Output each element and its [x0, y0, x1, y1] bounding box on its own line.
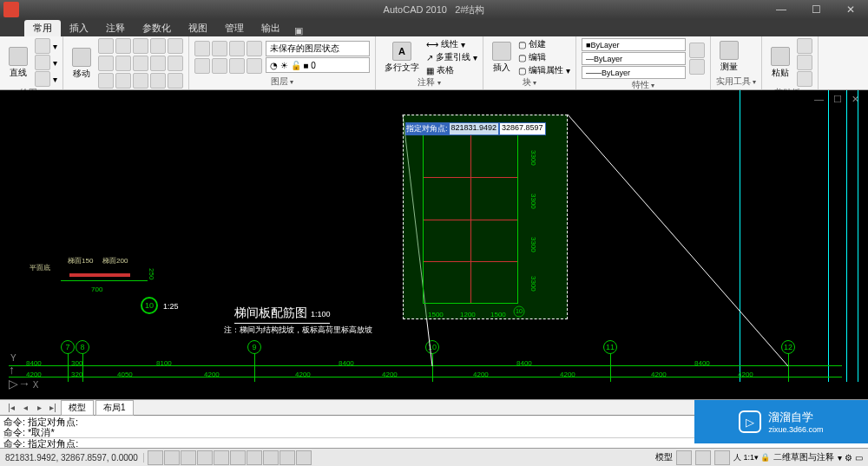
- grid-baseline2: [9, 377, 842, 377]
- drawing-area[interactable]: — ☐ ✕ 7 8 9 10 11 12 8400 300 8100 8400 …: [0, 90, 868, 399]
- layer-on-icon[interactable]: [212, 58, 227, 74]
- ribbon-expand-icon[interactable]: ▣: [294, 25, 303, 36]
- lwt-toggle[interactable]: [279, 450, 295, 465]
- linetype-combo[interactable]: —— ByLayer: [582, 66, 686, 79]
- circle-icon[interactable]: [35, 55, 50, 70]
- tab-manage[interactable]: 管理: [216, 20, 253, 36]
- mtext-button[interactable]: A 多行文字: [381, 41, 423, 75]
- explode-icon[interactable]: [98, 73, 114, 89]
- panel-clipboard: 粘贴 剪贴板: [762, 36, 819, 89]
- prompt-label: 指定对角点:: [406, 123, 448, 135]
- otrack-toggle[interactable]: [230, 450, 246, 465]
- editattr-button[interactable]: ▢ 编辑属性 ▾: [518, 64, 570, 76]
- layer-state-combo[interactable]: 未保存的图层状态: [266, 41, 370, 56]
- listprops-icon[interactable]: [689, 59, 705, 75]
- tab-annotate[interactable]: 注释: [97, 20, 134, 36]
- layer-off-icon[interactable]: [212, 41, 227, 56]
- status-tool-icon[interactable]: [714, 450, 730, 465]
- matchprop-icon[interactable]: [689, 43, 705, 58]
- tab-insert[interactable]: 插入: [61, 20, 97, 36]
- arc-icon[interactable]: [35, 71, 50, 87]
- layer-iso-icon[interactable]: [194, 58, 210, 74]
- panel-layer: 未保存的图层状态 ◔ ☀ 🔓 ■ 0 图层: [189, 36, 376, 89]
- coord-x-field[interactable]: 821831.9492: [450, 123, 499, 135]
- dimension: 1500: [490, 311, 506, 318]
- copy-clip-icon[interactable]: [797, 55, 812, 70]
- erase-icon[interactable]: [168, 56, 183, 71]
- dimension: 3300: [529, 150, 537, 166]
- pastespecial-icon[interactable]: [797, 71, 812, 87]
- model-space-button[interactable]: 模型: [655, 451, 673, 463]
- dynamic-input[interactable]: 指定对角点: 821831.9492 32867.8597: [405, 122, 546, 135]
- dimension: 4200: [651, 371, 667, 378]
- ortho-toggle[interactable]: [181, 450, 196, 465]
- fillet-icon[interactable]: [168, 38, 183, 54]
- table-button[interactable]: ▦ 表格: [426, 64, 477, 76]
- status-tool-icon[interactable]: [695, 450, 711, 465]
- ref-line: [858, 90, 858, 382]
- window-title: AutoCAD 2010 2#结构: [384, 3, 485, 16]
- mirror-icon[interactable]: [150, 38, 166, 54]
- stretch-icon[interactable]: [98, 56, 114, 71]
- paste-button[interactable]: 粘贴: [767, 46, 793, 80]
- tab-view[interactable]: 视图: [180, 20, 216, 36]
- tab-first-icon[interactable]: |◂: [5, 403, 17, 412]
- mleader-button[interactable]: ↗ 多重引线 ▾: [426, 51, 477, 63]
- dimension: 1500: [428, 311, 444, 318]
- edit-block-button[interactable]: ▢ 编辑: [518, 51, 570, 63]
- ducs-toggle[interactable]: [247, 450, 262, 465]
- extend-icon[interactable]: [168, 73, 183, 89]
- break-icon[interactable]: [133, 73, 148, 89]
- plan-hline: [424, 261, 517, 262]
- tab-prev-icon[interactable]: ◂: [19, 403, 31, 412]
- offset-icon[interactable]: [150, 56, 166, 71]
- array-icon[interactable]: [133, 56, 148, 71]
- layer-unlock-icon[interactable]: [247, 58, 262, 74]
- join-icon[interactable]: [115, 73, 131, 89]
- tab-last-icon[interactable]: ▸|: [47, 403, 59, 412]
- minimize-icon[interactable]: —: [764, 1, 799, 18]
- measure-button[interactable]: 测量: [716, 40, 742, 74]
- qp-toggle[interactable]: [296, 450, 312, 465]
- grid-bubble-11: 11: [603, 340, 617, 354]
- color-combo[interactable]: ■ ByLayer: [582, 38, 686, 51]
- layer-lock-icon[interactable]: [247, 41, 262, 56]
- section-line: [61, 280, 148, 281]
- status-tool-icon[interactable]: [676, 450, 692, 465]
- coord-y-field[interactable]: 32867.8597: [500, 123, 545, 135]
- line-button[interactable]: 直线: [5, 46, 31, 80]
- gridline: [788, 353, 789, 382]
- layerprops-icon[interactable]: [194, 41, 210, 56]
- create-block-button[interactable]: ▢ 创建: [518, 38, 570, 50]
- layer-current-combo[interactable]: ◔ ☀ 🔓 ■ 0: [266, 57, 370, 73]
- osnap-toggle[interactable]: [214, 450, 229, 465]
- layer-thaw-icon[interactable]: [229, 58, 245, 74]
- layer-freeze-icon[interactable]: [229, 41, 245, 56]
- rotate-icon[interactable]: [115, 38, 131, 54]
- tab-parametric[interactable]: 参数化: [134, 20, 180, 36]
- move-button[interactable]: 移动: [69, 47, 95, 81]
- maximize-icon[interactable]: ☐: [799, 1, 833, 18]
- layout1-tab[interactable]: 布局1: [95, 400, 134, 416]
- copy-icon[interactable]: [98, 38, 114, 54]
- linear-dim-button[interactable]: ⟷ 线性 ▾: [426, 38, 477, 50]
- tab-next-icon[interactable]: ▸: [33, 403, 45, 412]
- tab-output[interactable]: 输出: [253, 20, 289, 36]
- chamfer-icon[interactable]: [150, 73, 166, 89]
- cut-icon[interactable]: [797, 38, 812, 54]
- snap-toggle[interactable]: [148, 450, 163, 465]
- polyline-icon[interactable]: [35, 38, 50, 54]
- insert-block-button[interactable]: 插入: [489, 41, 515, 75]
- tab-common[interactable]: 常用: [24, 20, 61, 36]
- workspace-switcher[interactable]: 二维草图与注释: [773, 451, 834, 463]
- model-tab[interactable]: 模型: [61, 400, 94, 416]
- close-icon[interactable]: ✕: [833, 1, 868, 18]
- viewport-controls[interactable]: — ☐ ✕: [814, 94, 863, 105]
- trim-icon[interactable]: [133, 38, 148, 54]
- polar-toggle[interactable]: [197, 450, 213, 465]
- dyn-toggle[interactable]: [263, 450, 279, 465]
- grid-toggle[interactable]: [164, 450, 180, 465]
- lineweight-combo[interactable]: — ByLayer: [582, 52, 686, 65]
- app-icon[interactable]: [3, 2, 19, 17]
- scale-icon[interactable]: [115, 56, 131, 71]
